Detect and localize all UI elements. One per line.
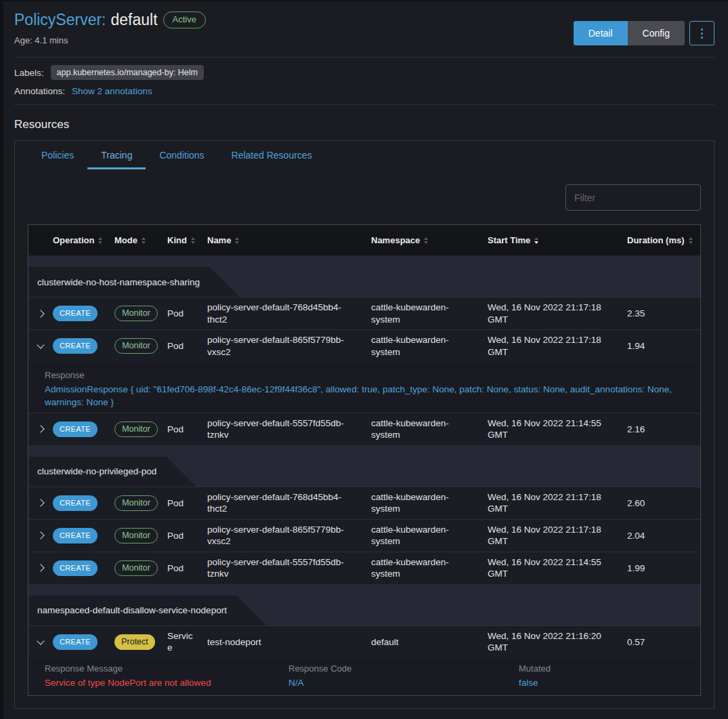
tab-tracing[interactable]: Tracing <box>87 141 146 169</box>
tab-policies[interactable]: Policies <box>28 141 87 169</box>
sort-asc-icon <box>689 237 693 240</box>
expand-toggle-icon[interactable] <box>37 426 44 433</box>
trace-row[interactable]: CREATEMonitorPodpolicy-server-default-86… <box>28 519 700 552</box>
sort-icons <box>142 237 146 244</box>
field-label: Mutated <box>519 663 687 674</box>
collapse-toggle-icon[interactable] <box>37 341 44 348</box>
kind-cell: Pod <box>167 340 207 352</box>
operation-badge: CREATE <box>53 338 98 354</box>
column-header-duration-ms[interactable]: Duration (ms) <box>627 235 700 245</box>
duration-cell: 2.35 <box>627 308 700 320</box>
expand-toggle-icon[interactable] <box>37 532 44 539</box>
mode-cell: Monitor <box>114 422 167 437</box>
start-time-cell: Wed, 16 Nov 2022 21:17:18 GMT <box>488 491 627 515</box>
field-value: N/A <box>288 678 519 688</box>
labels-label: Labels: <box>14 68 44 78</box>
page-header: PolicyServer: default Active Age: 4.1 mi… <box>14 11 714 45</box>
operation-badge: CREATE <box>53 560 98 576</box>
namespace-cell: cattle-kubewarden-system <box>371 417 488 441</box>
resource-name: default <box>110 11 157 29</box>
field-label: Response Code <box>288 663 519 674</box>
group-tab: namespaced-default-disallow-service-node… <box>28 596 266 625</box>
field-label: Response Message <box>45 663 288 674</box>
operation-badge: CREATE <box>53 495 98 511</box>
group-row: clusterwide-no-privileged-pod <box>28 445 700 487</box>
column-header-namespace[interactable]: Namespace <box>371 235 488 245</box>
show-annotations-link[interactable]: Show 2 annotations <box>72 86 152 96</box>
expand-toggle-icon[interactable] <box>37 564 44 572</box>
mode-cell: Monitor <box>114 495 167 511</box>
column-header-label: Duration (ms) <box>627 235 685 245</box>
operation-cell: CREATE <box>53 528 114 543</box>
column-header-label: Operation <box>53 235 94 245</box>
trace-row[interactable]: CREATEProtectServicetest-nodeportdefault… <box>28 625 700 658</box>
filter-input[interactable] <box>565 184 701 211</box>
column-header-label: Start Time <box>488 235 530 245</box>
trace-row[interactable]: CREATEMonitorPodpolicy-server-default-76… <box>28 487 700 519</box>
sort-desc-icon <box>98 241 102 244</box>
sort-desc-icon <box>142 241 146 244</box>
operation-badge: CREATE <box>53 422 98 437</box>
table-toolbar <box>28 184 701 211</box>
trace-row[interactable]: CREATEMonitorPodpolicy-server-default-76… <box>28 297 700 329</box>
kind-cell: Pod <box>167 562 207 575</box>
annotations-label: Annotations: <box>14 86 65 96</box>
sort-asc-icon <box>191 237 195 240</box>
column-header-start-time[interactable]: Start Time <box>488 235 627 245</box>
sort-icons <box>424 237 428 244</box>
sort-asc-icon <box>98 237 102 240</box>
trace-row[interactable]: CREATEMonitorPodpolicy-server-default-55… <box>28 413 700 445</box>
trace-row[interactable]: CREATEMonitorPodpolicy-server-default-86… <box>28 329 700 362</box>
detail-button[interactable]: Detail <box>574 21 628 45</box>
expander-cell <box>28 565 53 571</box>
field-value: false <box>519 678 687 688</box>
expand-toggle-icon[interactable] <box>37 310 44 317</box>
duration-cell: 2.04 <box>627 530 700 542</box>
sort-icons <box>534 237 538 244</box>
response-label: Response <box>45 370 673 380</box>
policyserver-detail-page: PolicyServer: default Active Age: 4.1 mi… <box>0 0 728 719</box>
column-header-operation[interactable]: Operation <box>53 235 114 245</box>
tab-related-resources[interactable]: Related Resources <box>218 141 326 169</box>
column-header-mode[interactable]: Mode <box>114 235 167 245</box>
start-time-cell: Wed, 16 Nov 2022 21:17:18 GMT <box>488 302 627 325</box>
kind-cell: Pod <box>167 497 207 510</box>
page-title: PolicyServer: default Active <box>14 11 206 29</box>
namespace-cell: cattle-kubewarden-system <box>371 524 488 548</box>
column-header-label: Namespace <box>371 235 420 245</box>
title-block: PolicyServer: default Active Age: 4.1 mi… <box>14 11 206 45</box>
name-cell: policy-server-default-5557fd55db-tznkv <box>207 417 371 441</box>
actions-menu-button[interactable] <box>689 21 714 45</box>
sort-icons <box>689 237 693 244</box>
column-header-name[interactable]: Name <box>207 235 371 245</box>
column-header-label: Name <box>207 235 231 245</box>
namespace-cell: default <box>371 636 488 649</box>
start-time-cell: Wed, 16 Nov 2022 21:17:18 GMT <box>488 524 627 548</box>
labels-row: Labels: app.kubernetes.io/managed-by: He… <box>14 65 714 80</box>
kind-cell: Pod <box>167 308 207 320</box>
tab-conditions[interactable]: Conditions <box>146 141 217 169</box>
expand-toggle-icon[interactable] <box>37 499 44 507</box>
tracing-table: OperationModeKindNameNamespaceStart Time… <box>28 224 701 696</box>
duration-cell: 0.57 <box>627 636 700 649</box>
resource-type-label: PolicyServer: <box>14 11 106 29</box>
duration-cell: 2.60 <box>627 497 700 510</box>
start-time-cell: Wed, 16 Nov 2022 21:14:55 GMT <box>488 556 627 580</box>
namespace-cell: cattle-kubewarden-system <box>371 302 488 325</box>
operation-cell: CREATE <box>53 338 114 354</box>
mode-badge: Monitor <box>114 528 158 543</box>
duration-cell: 2.16 <box>627 424 700 436</box>
start-time-cell: Wed, 16 Nov 2022 21:14:55 GMT <box>488 417 627 441</box>
operation-badge: CREATE <box>53 306 98 321</box>
mode-badge: Monitor <box>114 338 158 354</box>
trace-row[interactable]: CREATEMonitorPodpolicy-server-default-55… <box>28 552 700 584</box>
sort-icons <box>98 237 102 244</box>
expander-cell <box>28 344 53 348</box>
name-cell: policy-server-default-865f5779bb-vxsc2 <box>207 524 371 548</box>
column-header-kind[interactable]: Kind <box>167 235 207 245</box>
operation-cell: CREATE <box>53 306 114 321</box>
main-content: PolicyServer: default Active Age: 4.1 mi… <box>3 1 728 709</box>
config-button[interactable]: Config <box>628 21 685 45</box>
collapse-toggle-icon[interactable] <box>37 637 44 644</box>
response-detail: ResponseAdmissionResponse { uid: "61fed7… <box>28 362 700 413</box>
